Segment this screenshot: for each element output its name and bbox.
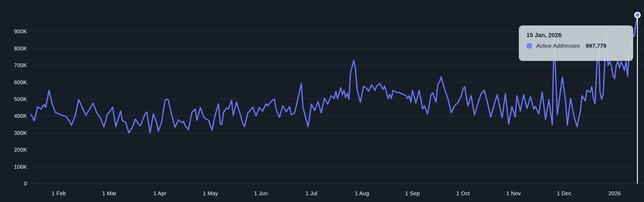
tooltip-series-label: Active Addresses: [536, 43, 580, 49]
x-tick-label: 1 Mar: [102, 190, 116, 196]
x-tick-label: 1 Oct: [456, 190, 470, 196]
hover-marker: [634, 12, 641, 18]
x-tick-label: 1 Feb: [52, 190, 66, 196]
x-tick-label: 1 Nov: [506, 190, 521, 196]
chart-tooltip: 15 Jan, 2026 Active Addresses 997,779: [519, 25, 633, 61]
x-tick-label: 1 May: [203, 190, 218, 196]
series-dot-icon: [526, 43, 532, 49]
x-tick-label: 1 Apr: [153, 190, 166, 196]
y-tick-label: 900K: [14, 28, 27, 34]
y-tick-label: 300K: [14, 130, 27, 136]
x-tick-label: 1 Jun: [254, 190, 268, 196]
x-tick-label: 1 Aug: [355, 190, 369, 196]
y-tick-label: 400K: [14, 113, 27, 119]
x-axis-labels: 1 Feb1 Mar1 Apr1 May1 Jun1 Jul1 Aug1 Sep…: [52, 190, 621, 196]
y-tick-label: 800K: [14, 45, 27, 51]
y-tick-label: 0: [24, 181, 27, 187]
tooltip-series-row: Active Addresses 997,779: [526, 43, 626, 49]
x-tick-label: 2026: [609, 190, 621, 196]
x-tick-label: 1 Jul: [306, 190, 318, 196]
tooltip-value: 997,779: [586, 43, 606, 49]
x-tick-label: 1 Dec: [557, 190, 571, 196]
y-tick-label: 600K: [14, 79, 27, 85]
x-tick-label: 1 Sep: [405, 190, 420, 196]
y-tick-label: 200K: [14, 147, 27, 153]
active-addresses-chart-panel: 0100K200K300K400K500K600K700K800K900K1 F…: [0, 0, 644, 202]
tooltip-date: 15 Jan, 2026: [526, 32, 626, 39]
y-tick-label: 700K: [14, 62, 27, 68]
y-tick-label: 100K: [14, 164, 27, 170]
y-axis-labels: 0100K200K300K400K500K600K700K800K900K: [14, 28, 27, 187]
y-tick-label: 500K: [14, 96, 27, 102]
